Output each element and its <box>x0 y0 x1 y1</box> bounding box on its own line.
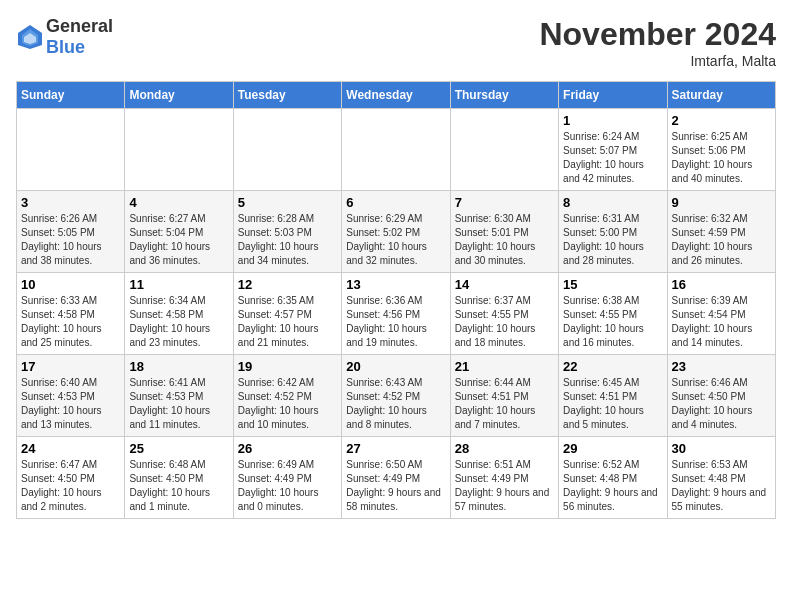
table-row: 1Sunrise: 6:24 AM Sunset: 5:07 PM Daylig… <box>559 109 667 191</box>
table-row: 17Sunrise: 6:40 AM Sunset: 4:53 PM Dayli… <box>17 355 125 437</box>
day-info: Sunrise: 6:28 AM Sunset: 5:03 PM Dayligh… <box>238 212 337 268</box>
day-number: 5 <box>238 195 337 210</box>
table-row: 11Sunrise: 6:34 AM Sunset: 4:58 PM Dayli… <box>125 273 233 355</box>
day-info: Sunrise: 6:31 AM Sunset: 5:00 PM Dayligh… <box>563 212 662 268</box>
table-row <box>17 109 125 191</box>
day-number: 8 <box>563 195 662 210</box>
day-info: Sunrise: 6:24 AM Sunset: 5:07 PM Dayligh… <box>563 130 662 186</box>
header-monday: Monday <box>125 82 233 109</box>
day-number: 24 <box>21 441 120 456</box>
day-number: 17 <box>21 359 120 374</box>
day-info: Sunrise: 6:38 AM Sunset: 4:55 PM Dayligh… <box>563 294 662 350</box>
day-info: Sunrise: 6:26 AM Sunset: 5:05 PM Dayligh… <box>21 212 120 268</box>
table-row: 28Sunrise: 6:51 AM Sunset: 4:49 PM Dayli… <box>450 437 558 519</box>
table-row: 27Sunrise: 6:50 AM Sunset: 4:49 PM Dayli… <box>342 437 450 519</box>
day-number: 19 <box>238 359 337 374</box>
day-info: Sunrise: 6:35 AM Sunset: 4:57 PM Dayligh… <box>238 294 337 350</box>
day-number: 22 <box>563 359 662 374</box>
header-thursday: Thursday <box>450 82 558 109</box>
day-info: Sunrise: 6:40 AM Sunset: 4:53 PM Dayligh… <box>21 376 120 432</box>
day-number: 12 <box>238 277 337 292</box>
day-number: 26 <box>238 441 337 456</box>
day-info: Sunrise: 6:39 AM Sunset: 4:54 PM Dayligh… <box>672 294 771 350</box>
table-row: 23Sunrise: 6:46 AM Sunset: 4:50 PM Dayli… <box>667 355 775 437</box>
table-row: 18Sunrise: 6:41 AM Sunset: 4:53 PM Dayli… <box>125 355 233 437</box>
logo: General Blue <box>16 16 113 58</box>
day-info: Sunrise: 6:44 AM Sunset: 4:51 PM Dayligh… <box>455 376 554 432</box>
day-number: 25 <box>129 441 228 456</box>
day-info: Sunrise: 6:53 AM Sunset: 4:48 PM Dayligh… <box>672 458 771 514</box>
table-row <box>450 109 558 191</box>
day-number: 3 <box>21 195 120 210</box>
table-row: 12Sunrise: 6:35 AM Sunset: 4:57 PM Dayli… <box>233 273 341 355</box>
table-row: 6Sunrise: 6:29 AM Sunset: 5:02 PM Daylig… <box>342 191 450 273</box>
day-number: 1 <box>563 113 662 128</box>
day-number: 16 <box>672 277 771 292</box>
day-info: Sunrise: 6:30 AM Sunset: 5:01 PM Dayligh… <box>455 212 554 268</box>
day-number: 6 <box>346 195 445 210</box>
day-info: Sunrise: 6:27 AM Sunset: 5:04 PM Dayligh… <box>129 212 228 268</box>
day-number: 20 <box>346 359 445 374</box>
table-row: 7Sunrise: 6:30 AM Sunset: 5:01 PM Daylig… <box>450 191 558 273</box>
calendar-table: Sunday Monday Tuesday Wednesday Thursday… <box>16 81 776 519</box>
day-number: 28 <box>455 441 554 456</box>
logo-icon <box>16 23 44 51</box>
day-info: Sunrise: 6:43 AM Sunset: 4:52 PM Dayligh… <box>346 376 445 432</box>
table-row: 22Sunrise: 6:45 AM Sunset: 4:51 PM Dayli… <box>559 355 667 437</box>
calendar-header-row: Sunday Monday Tuesday Wednesday Thursday… <box>17 82 776 109</box>
day-info: Sunrise: 6:48 AM Sunset: 4:50 PM Dayligh… <box>129 458 228 514</box>
calendar-week-3: 10Sunrise: 6:33 AM Sunset: 4:58 PM Dayli… <box>17 273 776 355</box>
table-row: 19Sunrise: 6:42 AM Sunset: 4:52 PM Dayli… <box>233 355 341 437</box>
table-row: 13Sunrise: 6:36 AM Sunset: 4:56 PM Dayli… <box>342 273 450 355</box>
day-info: Sunrise: 6:51 AM Sunset: 4:49 PM Dayligh… <box>455 458 554 514</box>
day-number: 23 <box>672 359 771 374</box>
calendar-week-2: 3Sunrise: 6:26 AM Sunset: 5:05 PM Daylig… <box>17 191 776 273</box>
table-row: 26Sunrise: 6:49 AM Sunset: 4:49 PM Dayli… <box>233 437 341 519</box>
day-number: 11 <box>129 277 228 292</box>
calendar-week-5: 24Sunrise: 6:47 AM Sunset: 4:50 PM Dayli… <box>17 437 776 519</box>
day-number: 9 <box>672 195 771 210</box>
page-header: General Blue November 2024 Imtarfa, Malt… <box>16 16 776 69</box>
day-number: 4 <box>129 195 228 210</box>
day-number: 14 <box>455 277 554 292</box>
day-info: Sunrise: 6:32 AM Sunset: 4:59 PM Dayligh… <box>672 212 771 268</box>
logo-blue-text: Blue <box>46 37 85 57</box>
table-row: 5Sunrise: 6:28 AM Sunset: 5:03 PM Daylig… <box>233 191 341 273</box>
table-row: 25Sunrise: 6:48 AM Sunset: 4:50 PM Dayli… <box>125 437 233 519</box>
day-info: Sunrise: 6:29 AM Sunset: 5:02 PM Dayligh… <box>346 212 445 268</box>
table-row: 8Sunrise: 6:31 AM Sunset: 5:00 PM Daylig… <box>559 191 667 273</box>
table-row <box>233 109 341 191</box>
table-row: 24Sunrise: 6:47 AM Sunset: 4:50 PM Dayli… <box>17 437 125 519</box>
header-friday: Friday <box>559 82 667 109</box>
header-saturday: Saturday <box>667 82 775 109</box>
table-row: 29Sunrise: 6:52 AM Sunset: 4:48 PM Dayli… <box>559 437 667 519</box>
day-info: Sunrise: 6:34 AM Sunset: 4:58 PM Dayligh… <box>129 294 228 350</box>
day-number: 27 <box>346 441 445 456</box>
table-row: 16Sunrise: 6:39 AM Sunset: 4:54 PM Dayli… <box>667 273 775 355</box>
day-info: Sunrise: 6:49 AM Sunset: 4:49 PM Dayligh… <box>238 458 337 514</box>
day-number: 7 <box>455 195 554 210</box>
day-info: Sunrise: 6:50 AM Sunset: 4:49 PM Dayligh… <box>346 458 445 514</box>
day-number: 10 <box>21 277 120 292</box>
logo-general-text: General <box>46 16 113 36</box>
day-info: Sunrise: 6:37 AM Sunset: 4:55 PM Dayligh… <box>455 294 554 350</box>
table-row: 3Sunrise: 6:26 AM Sunset: 5:05 PM Daylig… <box>17 191 125 273</box>
day-info: Sunrise: 6:46 AM Sunset: 4:50 PM Dayligh… <box>672 376 771 432</box>
day-info: Sunrise: 6:45 AM Sunset: 4:51 PM Dayligh… <box>563 376 662 432</box>
day-info: Sunrise: 6:36 AM Sunset: 4:56 PM Dayligh… <box>346 294 445 350</box>
day-info: Sunrise: 6:47 AM Sunset: 4:50 PM Dayligh… <box>21 458 120 514</box>
calendar-week-1: 1Sunrise: 6:24 AM Sunset: 5:07 PM Daylig… <box>17 109 776 191</box>
day-number: 29 <box>563 441 662 456</box>
month-title: November 2024 <box>539 16 776 53</box>
calendar-week-4: 17Sunrise: 6:40 AM Sunset: 4:53 PM Dayli… <box>17 355 776 437</box>
table-row: 4Sunrise: 6:27 AM Sunset: 5:04 PM Daylig… <box>125 191 233 273</box>
table-row: 14Sunrise: 6:37 AM Sunset: 4:55 PM Dayli… <box>450 273 558 355</box>
header-tuesday: Tuesday <box>233 82 341 109</box>
day-number: 2 <box>672 113 771 128</box>
day-number: 18 <box>129 359 228 374</box>
table-row: 21Sunrise: 6:44 AM Sunset: 4:51 PM Dayli… <box>450 355 558 437</box>
header-wednesday: Wednesday <box>342 82 450 109</box>
table-row: 15Sunrise: 6:38 AM Sunset: 4:55 PM Dayli… <box>559 273 667 355</box>
day-info: Sunrise: 6:41 AM Sunset: 4:53 PM Dayligh… <box>129 376 228 432</box>
table-row: 30Sunrise: 6:53 AM Sunset: 4:48 PM Dayli… <box>667 437 775 519</box>
